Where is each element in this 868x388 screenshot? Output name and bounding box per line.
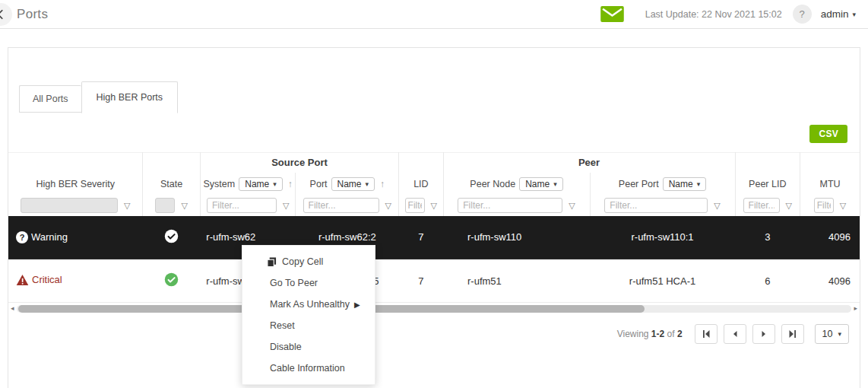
user-name: admin <box>821 8 849 20</box>
help-button[interactable]: ? <box>793 5 812 24</box>
lid-cell: 7 <box>399 259 443 303</box>
peer-port-cell: r-ufm-sw110:1 <box>590 216 735 259</box>
last-page-button[interactable] <box>781 324 804 344</box>
scroll-right-icon[interactable]: ▸ <box>854 305 857 312</box>
previous-page-icon <box>730 329 740 339</box>
peer-lid-cell: 6 <box>735 259 800 303</box>
menu-item-disable[interactable]: Disable <box>242 336 375 358</box>
mtu-filter-input[interactable] <box>814 198 834 213</box>
warning-severity-icon: ? <box>16 231 28 243</box>
chevron-down-icon: ▾ <box>852 11 856 18</box>
filter-funnel-icon[interactable]: ▽ <box>431 202 437 210</box>
peer-port-cell: r-ufm51 HCA-1 <box>590 259 735 303</box>
top-bar: Ports Last Update: 22 Nov 2021 15:02 ? a… <box>0 0 868 29</box>
first-page-icon <box>702 329 711 339</box>
peer-lid-cell: 3 <box>735 216 800 259</box>
tab-all-ports[interactable]: All Ports <box>19 85 81 113</box>
scrollbar-track[interactable] <box>17 305 852 313</box>
state-ok-icon <box>164 272 179 287</box>
back-button[interactable] <box>0 3 12 26</box>
copy-icon <box>267 257 277 267</box>
next-page-icon <box>759 329 768 339</box>
horizontal-scrollbar: ◂ ▸ <box>8 304 860 313</box>
table-row[interactable]: Critical r-ufm-sw62 r-ufm-sw62:35 7 r-uf… <box>8 259 860 303</box>
high-ber-ports-table: Source Port Peer High BER Severity State… <box>8 152 860 303</box>
chevron-down-icon: ▾ <box>697 180 701 188</box>
port-name-select[interactable]: Name▾ <box>331 177 375 191</box>
menu-item-go-to-peer[interactable]: Go To Peer <box>242 272 375 294</box>
col-header-peer-lid: Peer LID <box>735 173 800 196</box>
submenu-arrow-icon: ▶ <box>354 301 360 309</box>
chevron-down-icon: ▾ <box>838 330 841 338</box>
severity-filter-select[interactable] <box>21 198 118 213</box>
severity-label: Critical <box>32 274 62 285</box>
system-name-select[interactable]: Name▾ <box>239 177 283 191</box>
scroll-left-icon[interactable]: ◂ <box>11 305 14 312</box>
pagination-bar: Viewing 1-2 of 2 <box>8 324 849 344</box>
filter-funnel-icon[interactable]: ▽ <box>124 202 130 210</box>
menu-item-reset[interactable]: Reset <box>242 315 375 336</box>
chevron-down-icon: ▾ <box>553 180 557 188</box>
col-header-system: SystemName▾↑ <box>200 173 296 196</box>
ports-panel: All Ports High BER Ports CSV Source Port… <box>8 47 860 388</box>
col-header-severity: High BER Severity <box>8 173 143 196</box>
previous-page-button[interactable] <box>724 324 746 344</box>
peer-port-filter-input[interactable] <box>604 198 708 213</box>
filter-funnel-icon[interactable]: ▽ <box>385 202 391 210</box>
column-header-row: High BER Severity State SystemName▾↑ Por… <box>8 173 860 196</box>
csv-export-button[interactable]: CSV <box>809 125 847 143</box>
peer-node-cell: r-ufm51 <box>443 259 590 303</box>
tab-high-ber-ports[interactable]: High BER Ports <box>81 81 179 113</box>
viewing-range: 1-2 <box>651 329 664 339</box>
menu-item-copy-cell[interactable]: Copy Cell <box>242 251 375 272</box>
system-filter-input[interactable] <box>207 198 277 213</box>
col-header-port: PortName▾↑ <box>296 173 399 196</box>
state-ok-icon <box>164 229 179 243</box>
sort-asc-icon[interactable]: ↑ <box>288 179 293 189</box>
help-icon: ? <box>800 8 805 20</box>
filter-funnel-icon[interactable]: ▽ <box>786 202 792 210</box>
filter-funnel-icon[interactable]: ▽ <box>283 202 289 210</box>
group-header-row: Source Port Peer <box>8 153 860 173</box>
group-header-peer: Peer <box>443 153 735 173</box>
lid-cell: 7 <box>399 216 443 259</box>
menu-item-mark-as-unhealthy[interactable]: Mark As Unhealthy ▶ <box>242 294 375 315</box>
back-chevron-icon <box>0 9 6 20</box>
filter-funnel-icon[interactable]: ▽ <box>840 202 846 210</box>
user-menu[interactable]: admin ▾ <box>821 8 856 20</box>
filter-row: ▽ ▽ ▽ ▽ ▽ ▽ ▽ ▽ ▽ <box>8 196 860 216</box>
peer-node-name-select[interactable]: Name▾ <box>519 177 563 191</box>
peer-port-name-select[interactable]: Name▾ <box>663 177 707 191</box>
lid-filter-input[interactable] <box>405 198 425 213</box>
first-page-button[interactable] <box>695 324 718 344</box>
col-header-state: State <box>143 173 200 196</box>
severity-label: Warning <box>31 231 68 243</box>
peer-lid-filter-input[interactable] <box>743 198 780 213</box>
page-title: Ports <box>17 7 48 22</box>
port-filter-input[interactable] <box>303 198 379 213</box>
next-page-button[interactable] <box>752 324 775 344</box>
col-header-peer-node: Peer NodeName▾ <box>443 173 590 196</box>
last-update-text: Last Update: 22 Nov 2021 15:02 <box>645 9 782 20</box>
tab-bar: All Ports High BER Ports <box>19 81 860 113</box>
filter-funnel-icon[interactable]: ▽ <box>714 202 720 210</box>
peer-node-filter-input[interactable] <box>458 198 562 213</box>
mtu-cell: 4096 <box>800 259 860 303</box>
col-header-peer-port: Peer PortName▾ <box>590 173 735 196</box>
state-filter-select[interactable] <box>155 198 175 213</box>
sort-asc-icon[interactable]: ↑ <box>380 179 385 189</box>
chevron-down-icon: ▾ <box>273 180 277 188</box>
critical-severity-icon <box>16 274 29 286</box>
table-row[interactable]: ? Warning r-ufm-sw62 r-ufm-sw62:2 7 r-uf… <box>8 216 860 259</box>
filter-funnel-icon[interactable]: ▽ <box>569 202 575 210</box>
peer-node-cell: r-ufm-sw110 <box>443 216 590 259</box>
last-page-icon <box>788 329 797 339</box>
mail-icon[interactable] <box>600 6 624 22</box>
filter-funnel-icon[interactable]: ▽ <box>181 202 187 210</box>
viewing-total: 2 <box>677 329 683 339</box>
page-size-select[interactable]: 10 ▾ <box>815 324 849 344</box>
menu-item-cable-information[interactable]: Cable Information <box>242 358 375 379</box>
col-header-lid: LID <box>399 173 443 196</box>
mtu-cell: 4096 <box>800 216 860 259</box>
chevron-down-icon: ▾ <box>366 180 369 188</box>
